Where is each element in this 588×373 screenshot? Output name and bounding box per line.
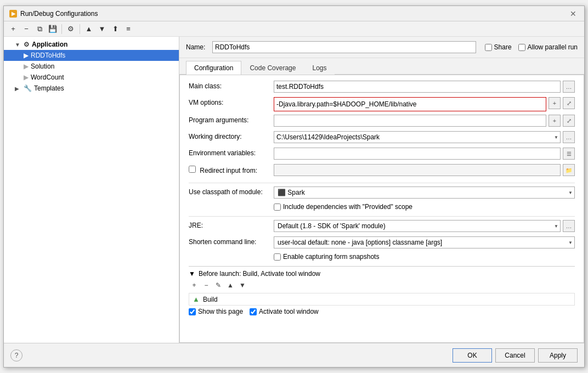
parallel-checkbox-label: Allow parallel run bbox=[518, 43, 578, 51]
name-input[interactable] bbox=[212, 41, 476, 53]
bl-down-button[interactable]: ▼ bbox=[237, 280, 248, 291]
bl-edit-button[interactable]: ✎ bbox=[213, 280, 224, 291]
working-dir-label: Working directory: bbox=[189, 131, 274, 140]
redirect-label: Redirect input from: bbox=[189, 164, 274, 174]
bottom-bar: ? OK Cancel Apply bbox=[4, 343, 584, 367]
section-divider-2 bbox=[189, 216, 575, 217]
env-vars-label: Environment variables: bbox=[189, 148, 274, 157]
tree-item-solution[interactable]: ▶ Solution bbox=[4, 61, 179, 72]
parallel-checkbox[interactable] bbox=[518, 44, 525, 51]
config-tabs: Configuration Code Coverage Logs bbox=[179, 58, 584, 75]
classpath-control: ⬛ Spark ▼ bbox=[274, 187, 575, 199]
vm-options-label: VM options: bbox=[189, 97, 274, 106]
working-dir-input[interactable] bbox=[274, 131, 561, 143]
templates-icon: 🔧 bbox=[24, 84, 32, 92]
jre-row: JRE: Default (1.8 - SDK of 'Spark' modul… bbox=[189, 220, 575, 233]
tree-item-wordcount[interactable]: ▶ WordCount bbox=[4, 72, 179, 83]
jre-settings-button[interactable]: … bbox=[563, 220, 575, 232]
working-dir-control: ▼ … bbox=[274, 131, 575, 143]
cancel-button[interactable]: Cancel bbox=[495, 348, 535, 363]
env-vars-row: Environment variables: ☰ bbox=[189, 148, 575, 161]
share-checkbox[interactable] bbox=[485, 44, 492, 51]
vm-options-add-button[interactable]: + bbox=[549, 97, 561, 109]
main-class-label: Main class: bbox=[189, 81, 274, 90]
env-vars-input[interactable] bbox=[274, 148, 561, 160]
env-vars-control: ☰ bbox=[274, 148, 575, 160]
move-up-button[interactable]: ▲ bbox=[83, 23, 95, 35]
include-deps-checkbox[interactable] bbox=[274, 204, 281, 211]
close-button[interactable]: ✕ bbox=[568, 9, 579, 18]
redirect-text: Redirect input from: bbox=[200, 167, 257, 174]
application-group-icon: ⚙ bbox=[24, 41, 30, 48]
program-args-expand-button[interactable]: ⤢ bbox=[563, 115, 575, 127]
rdd-item-icon: ▶ bbox=[24, 52, 29, 59]
tab-logs[interactable]: Logs bbox=[304, 61, 335, 75]
jre-select[interactable]: Default (1.8 - SDK of 'Spark' module) bbox=[274, 220, 561, 232]
settings-button[interactable]: ⚙ bbox=[65, 23, 77, 35]
before-launch-section: ▼ Before launch: Build, Activate tool wi… bbox=[189, 266, 575, 315]
vm-options-wrapper bbox=[274, 97, 546, 111]
apply-button[interactable]: Apply bbox=[538, 348, 578, 363]
solution-item-icon: ▶ bbox=[24, 63, 29, 70]
move-down-button[interactable]: ▼ bbox=[96, 23, 108, 35]
build-label: Build bbox=[203, 296, 218, 303]
share-options: Share Allow parallel run bbox=[485, 43, 578, 51]
vm-options-control: + ⤢ bbox=[274, 97, 575, 111]
shorten-select[interactable]: user-local default: none - java [options… bbox=[274, 236, 575, 248]
program-args-control: + ⤢ bbox=[274, 115, 575, 127]
shorten-control: user-local default: none - java [options… bbox=[274, 236, 575, 248]
before-launch-arrow: ▼ bbox=[189, 270, 195, 278]
build-icon: ▲ bbox=[193, 295, 200, 303]
working-dir-browse-button[interactable]: … bbox=[563, 131, 575, 143]
help-button[interactable]: ? bbox=[10, 349, 22, 361]
working-dir-row: Working directory: ▼ … bbox=[189, 131, 575, 144]
show-page-checkbox[interactable] bbox=[189, 308, 196, 315]
ok-button[interactable]: OK bbox=[453, 348, 492, 363]
tree-item-rddtohdfs[interactable]: ▶ RDDToHdfs bbox=[4, 50, 179, 61]
bl-remove-button[interactable]: − bbox=[201, 280, 212, 291]
vm-options-expand-button[interactable]: ⤢ bbox=[563, 97, 575, 109]
tab-code-coverage[interactable]: Code Coverage bbox=[241, 61, 304, 75]
config-right-panel: Name: Share Allow parallel run Configura… bbox=[179, 37, 584, 343]
enable-snapshots-checkbox[interactable] bbox=[274, 253, 281, 261]
share-checkbox-label: Share bbox=[485, 43, 512, 51]
bl-up-button[interactable]: ▲ bbox=[225, 280, 236, 291]
redirect-input[interactable] bbox=[274, 164, 561, 176]
config-tree: ▼ ⚙ Application ▶ RDDToHdfs ▶ Solution ▶… bbox=[4, 37, 179, 343]
copy-config-button[interactable]: ⧉ bbox=[33, 23, 46, 35]
main-toolbar: + − ⧉ 💾 ⚙ ▲ ▼ ⬆ ≡ bbox=[4, 21, 584, 37]
templates-label: Templates bbox=[34, 84, 64, 92]
env-vars-browse-button[interactable]: ☰ bbox=[563, 148, 575, 160]
main-class-browse-button[interactable]: … bbox=[563, 81, 575, 93]
expand-icon: ▼ bbox=[15, 42, 21, 48]
share-label: Share bbox=[494, 43, 512, 51]
redirect-browse-button[interactable]: 📁 bbox=[563, 164, 575, 176]
rdd-item-label: RDDToHdfs bbox=[31, 52, 65, 59]
run-debug-dialog: ▶ Run/Debug Configurations ✕ + − ⧉ 💾 ⚙ ▲… bbox=[3, 5, 585, 368]
tree-application-group[interactable]: ▼ ⚙ Application bbox=[4, 39, 179, 50]
move-to-button[interactable]: ⬆ bbox=[109, 23, 121, 35]
program-args-add-button[interactable]: + bbox=[549, 115, 561, 127]
program-args-row: Program arguments: + ⤢ bbox=[189, 115, 575, 128]
jre-label: JRE: bbox=[189, 220, 274, 229]
main-area: ▼ ⚙ Application ▶ RDDToHdfs ▶ Solution ▶… bbox=[4, 37, 584, 343]
activate-tool-checkbox[interactable] bbox=[250, 308, 257, 315]
include-deps-label: Include dependencies with "Provided" sco… bbox=[283, 203, 412, 211]
tree-templates-group[interactable]: ▶ 🔧 Templates bbox=[4, 83, 179, 94]
title-bar-content: ▶ Run/Debug Configurations bbox=[9, 10, 98, 18]
redirect-checkbox[interactable] bbox=[189, 166, 196, 173]
tab-configuration[interactable]: Configuration bbox=[186, 61, 241, 75]
redirect-row: Redirect input from: 📁 bbox=[189, 164, 575, 177]
program-args-input[interactable] bbox=[274, 115, 546, 127]
toolbar-separator-2 bbox=[80, 24, 80, 34]
main-class-input[interactable] bbox=[274, 81, 561, 93]
sort-button[interactable]: ≡ bbox=[122, 23, 134, 35]
bl-add-button[interactable]: + bbox=[189, 280, 200, 291]
classpath-select[interactable]: ⬛ Spark bbox=[274, 187, 575, 199]
program-args-label: Program arguments: bbox=[189, 115, 274, 124]
show-page-label: Show this page bbox=[198, 308, 243, 315]
add-config-button[interactable]: + bbox=[7, 23, 19, 35]
save-config-button[interactable]: 💾 bbox=[47, 23, 59, 35]
vm-options-input[interactable] bbox=[275, 99, 545, 110]
remove-config-button[interactable]: − bbox=[20, 23, 32, 35]
